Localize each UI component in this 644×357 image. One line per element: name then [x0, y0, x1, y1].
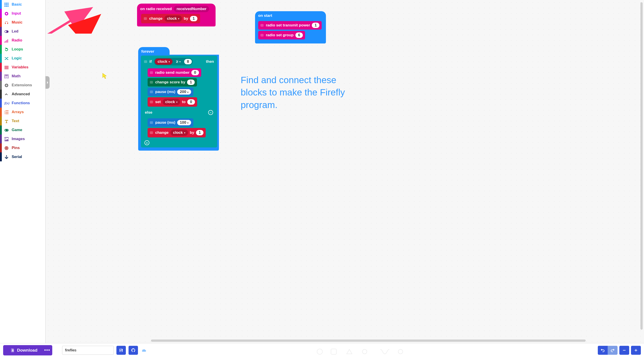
svg-text:3: 3: [4, 113, 5, 114]
block-change-score-by[interactable]: change score by 1: [148, 78, 197, 86]
minus-icon: [622, 348, 626, 352]
instructions-text: Find and connect these blocks to make th…: [241, 74, 357, 111]
value-input[interactable]: 1: [187, 79, 194, 85]
save-button[interactable]: [116, 346, 126, 355]
toolbox-label: Math: [12, 74, 21, 78]
project-name-input[interactable]: [62, 346, 114, 355]
block-set-clock-to[interactable]: set clock to 0: [148, 97, 197, 107]
block-radio-set-group[interactable]: radio set group 6: [258, 31, 305, 39]
block-pause-ms[interactable]: pause (ms) 100 ▾: [148, 118, 193, 127]
undo-icon: [601, 348, 605, 352]
value-input[interactable]: 1: [312, 23, 319, 28]
toolbox-label: Game: [12, 128, 22, 132]
toolbox-logic[interactable]: Logic: [0, 54, 45, 63]
block-on-start[interactable]: on start radio set transmit power 1 radi…: [255, 11, 326, 43]
toolbox-label: Input: [12, 11, 21, 16]
download-button[interactable]: Download: [3, 345, 45, 356]
block-pause-ms[interactable]: pause (ms) 200 ▾: [148, 88, 193, 96]
remove-else-button[interactable]: −: [208, 110, 213, 115]
toolbox-functions[interactable]: f(x) Functions: [0, 99, 45, 108]
block-change-clock[interactable]: change clock by 1: [141, 14, 200, 23]
undo-button[interactable]: [598, 346, 608, 355]
gamepad-icon: [4, 128, 9, 132]
svg-rect-16: [8, 39, 8, 42]
var-dropdown-clock[interactable]: clock: [155, 58, 172, 65]
block-radio-set-transmit-power[interactable]: radio set transmit power 1: [258, 21, 322, 29]
zoom-in-button[interactable]: [631, 346, 641, 355]
toolbox-advanced[interactable]: Advanced: [0, 90, 45, 99]
block-if-else[interactable]: if clock ≥ 8 then radio send number 0: [141, 55, 217, 147]
cloud-status-icon: [141, 346, 147, 355]
toolbox-label: Variables: [12, 65, 28, 69]
toolbox-pins[interactable]: Pins: [0, 143, 45, 152]
calculator-icon: [4, 74, 9, 78]
toolbox-led[interactable]: Led: [0, 27, 45, 36]
var-dropdown-clock[interactable]: clock: [164, 15, 182, 22]
toolbox-text[interactable]: Text: [0, 116, 45, 125]
toolbox-label: Functions: [12, 101, 30, 105]
svg-rect-55: [120, 351, 122, 352]
svg-rect-18: [4, 67, 8, 68]
svg-line-49: [46, 17, 97, 34]
toolbox-label: Music: [12, 20, 22, 25]
svg-rect-15: [6, 40, 7, 42]
svg-rect-39: [5, 130, 6, 130]
toolbox-loops[interactable]: Loops: [0, 45, 45, 54]
block-param-receivedNumber[interactable]: receivedNumber: [174, 6, 209, 12]
toolbox-basic[interactable]: Basic: [0, 0, 45, 9]
workspace-vscrollbar[interactable]: [640, 2, 643, 330]
var-dropdown-clock[interactable]: clock: [163, 99, 180, 105]
value-dropdown[interactable]: 100 ▾: [177, 120, 191, 125]
operator-dropdown[interactable]: ≥: [174, 59, 183, 64]
value-input[interactable]: 1: [190, 16, 198, 21]
value-input[interactable]: 1: [196, 130, 204, 135]
zoom-out-button[interactable]: [619, 346, 629, 355]
download-more-button[interactable]: •••: [42, 345, 52, 356]
block-radio-send-number[interactable]: radio send number 0: [148, 68, 201, 77]
toolbox-label: Advanced: [12, 92, 30, 96]
value-input[interactable]: 0: [187, 99, 195, 105]
svg-point-46: [6, 148, 7, 148]
annotation-arrows: [46, 0, 113, 34]
toolbox-arrays[interactable]: 123 Arrays: [0, 108, 45, 116]
redo-button[interactable]: [608, 346, 618, 355]
svg-rect-32: [6, 110, 9, 111]
toolbox-music[interactable]: Music: [0, 18, 45, 27]
workspace-hscrollbar[interactable]: [151, 340, 586, 342]
redo-icon: [4, 47, 9, 51]
block-forever[interactable]: forever if clock ≥ 8 then: [138, 47, 219, 151]
svg-rect-30: [6, 85, 8, 85]
toolbox-serial[interactable]: Serial: [0, 152, 45, 161]
toolbox-input[interactable]: Input: [0, 9, 45, 18]
blocks-workspace[interactable]: on radio received receivedNumber change …: [46, 0, 644, 343]
var-dropdown-clock[interactable]: clock: [170, 129, 188, 136]
ordered-list-icon: 123: [4, 110, 9, 114]
toolbox-extensions[interactable]: Extensions: [0, 81, 45, 90]
toolbox-images[interactable]: Images: [0, 134, 45, 143]
image-icon: [4, 137, 9, 141]
value-dropdown[interactable]: 200 ▾: [177, 89, 191, 95]
svg-rect-17: [4, 66, 8, 66]
block-change-clock-by[interactable]: change clock by 1: [148, 128, 206, 137]
usb-icon: [4, 155, 9, 159]
simulator-expand-tab[interactable]: [46, 76, 50, 89]
toolbox-label: Arrays: [12, 110, 24, 114]
toolbox-radio[interactable]: Radio: [0, 36, 45, 45]
value-input[interactable]: 0: [191, 70, 199, 75]
svg-point-25: [6, 77, 6, 77]
toolbox-math[interactable]: Math: [0, 72, 45, 81]
svg-point-58: [362, 350, 367, 354]
toolbox-label: Images: [12, 137, 25, 141]
toolbox-game[interactable]: Game: [0, 125, 45, 134]
plus-icon: [634, 348, 638, 352]
toolbox-variables[interactable]: Variables: [0, 63, 45, 72]
block-on-radio-received[interactable]: on radio received receivedNumber change …: [137, 3, 216, 26]
value-input[interactable]: 8: [184, 59, 192, 64]
add-elseif-button[interactable]: +: [144, 140, 150, 145]
shuffle-icon: [4, 56, 9, 60]
headphones-icon: [4, 20, 9, 25]
svg-point-56: [317, 349, 322, 354]
value-input[interactable]: 6: [296, 32, 303, 38]
svg-rect-19: [4, 68, 8, 69]
github-button[interactable]: [128, 346, 138, 355]
